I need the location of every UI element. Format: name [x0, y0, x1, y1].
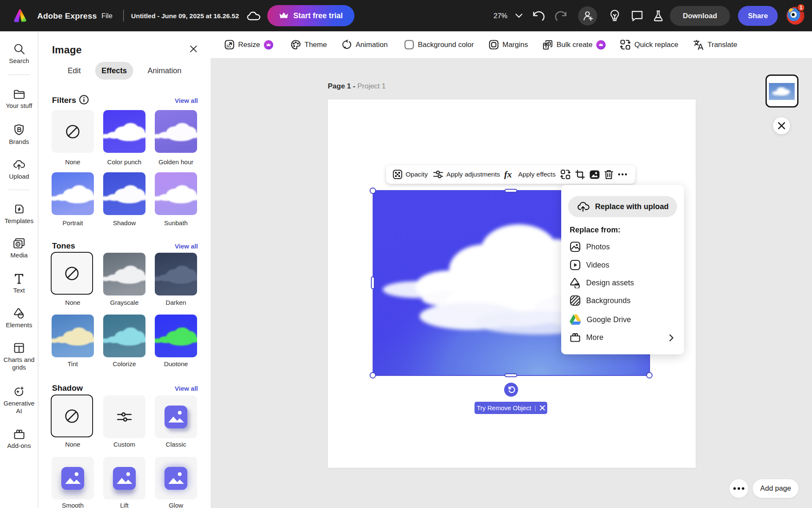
svg-text:fx: fx — [504, 170, 512, 179]
